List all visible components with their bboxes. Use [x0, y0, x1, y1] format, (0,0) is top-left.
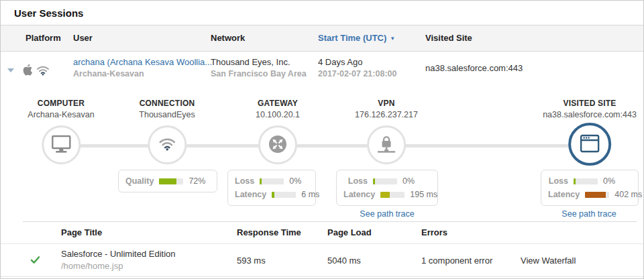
node-label: VPN	[355, 99, 418, 108]
latency-bar-fill	[272, 192, 274, 198]
metric-value: 72%	[183, 176, 210, 186]
loss-bar-fill	[574, 178, 576, 184]
node-label: VISITED SITE	[543, 99, 637, 108]
gateway-node-circle[interactable]	[258, 125, 297, 164]
node-value: na38.salesforce.com:443	[543, 110, 637, 119]
page-title-text: Salesforce - Unlimited Edition	[61, 249, 176, 259]
loss-bar	[260, 178, 284, 184]
metric-label: Quality	[125, 176, 159, 186]
loss-bar-fill	[260, 178, 262, 184]
node-label: GATEWAY	[256, 99, 300, 108]
pages-table-header: Page Title Response Time Page Load Error…	[1, 222, 643, 244]
latency-bar	[585, 192, 609, 198]
session-user-link[interactable]: archana (Archana Kesava Woollia...	[73, 57, 212, 67]
vpn-metrics-box: Loss 0% Latency 195 ms	[336, 170, 438, 206]
latency-bar-fill	[585, 192, 606, 198]
computer-node-circle[interactable]	[42, 125, 80, 164]
page-load-time: 5040 ms	[327, 244, 361, 277]
page-errors: 1 component error	[421, 244, 492, 277]
visited-site-metrics-box: Loss 0% Latency 402 ms	[541, 170, 639, 206]
vpn-see-path-trace-link[interactable]: See path trace	[360, 209, 414, 219]
session-row[interactable]: archana (Archana Kesava Woollia... Archa…	[1, 52, 643, 88]
metric-row: Loss 0%	[343, 174, 431, 188]
connection-node-circle[interactable]	[148, 125, 186, 164]
session-start-relative: 4 Days Ago	[318, 57, 363, 67]
sessions-table-header: Platform User Network Start Time (UTC)▼ …	[1, 25, 643, 52]
sort-desc-icon: ▼	[390, 36, 395, 42]
latency-bar	[272, 192, 296, 198]
vpn-lock-icon	[376, 135, 396, 156]
metric-row: Loss 0%	[235, 174, 309, 188]
column-header-page-title: Page Title	[61, 222, 102, 243]
latency-bar	[380, 192, 405, 198]
apple-platform-icon	[21, 63, 33, 78]
metric-value: 0%	[284, 176, 309, 186]
collapse-row-icon[interactable]	[7, 68, 14, 72]
column-header-visited-site[interactable]: Visited Site	[425, 25, 472, 51]
node-label: COMPUTER	[28, 99, 94, 108]
column-header-errors: Errors	[421, 222, 447, 243]
latency-bar-fill	[380, 192, 390, 198]
wifi-icon	[158, 137, 176, 153]
metric-value: 195 ms	[405, 190, 437, 199]
loss-bar-fill	[373, 178, 375, 184]
session-visited-site: na38.salesforce.com:443	[425, 52, 523, 85]
node-label: CONNECTION	[139, 99, 195, 108]
metric-label: Loss	[548, 176, 574, 186]
vpn-node-circle[interactable]	[367, 125, 406, 164]
metric-label: Latency	[548, 190, 585, 199]
column-header-network[interactable]: Network	[211, 25, 245, 51]
metric-label: Loss	[343, 176, 373, 186]
user-link[interactable]: archana (Archana Kesava Woollia...	[73, 57, 212, 67]
metric-value: 402 ms	[609, 190, 642, 199]
gateway-metrics-box: Loss 0% Latency 6 ms	[227, 170, 316, 206]
visited-site-node-circle[interactable]	[568, 123, 611, 166]
quality-bar-fill	[159, 178, 176, 184]
path-node-connection[interactable]: CONNECTION ThousandEyes	[139, 99, 195, 164]
metric-label: Latency	[343, 190, 380, 199]
column-header-response-time: Response Time	[237, 222, 301, 243]
metric-row: Loss 0%	[548, 174, 631, 188]
metric-row: Latency 402 ms	[548, 188, 631, 201]
browser-icon	[579, 133, 600, 156]
page-title: User Sessions	[14, 7, 83, 19]
view-waterfall-link[interactable]: View Waterfall	[521, 244, 576, 277]
metric-value: 6 ms	[296, 190, 319, 199]
metric-value: 0%	[598, 176, 631, 186]
page-response-time: 593 ms	[237, 244, 266, 277]
quality-bar	[159, 178, 183, 184]
session-path-panel: COMPUTER Archana-Kesavan CONNECTION Thou…	[1, 88, 644, 222]
session-network-location: San Francisco Bay Area	[211, 69, 307, 78]
success-check-icon	[30, 256, 40, 266]
path-node-vpn[interactable]: VPN 176.126.237.217	[355, 99, 418, 164]
visited-site-see-path-trace-link[interactable]: See path trace	[561, 209, 616, 219]
column-header-user[interactable]: User	[73, 25, 93, 51]
column-header-start-time[interactable]: Start Time (UTC)▼	[318, 25, 395, 52]
node-value: ThousandEyes	[139, 110, 195, 119]
user-sessions-panel: User Sessions Platform User Network Star…	[0, 0, 644, 279]
node-value: 10.100.20.1	[256, 110, 300, 119]
session-start-timestamp: 2017-02-07 21:08:00	[318, 69, 396, 78]
path-node-computer[interactable]: COMPUTER Archana-Kesavan	[28, 99, 94, 164]
gateway-icon	[268, 134, 288, 156]
wifi-platform-icon	[36, 65, 50, 78]
loss-bar	[574, 178, 598, 184]
session-network-name: Thousand Eyes, Inc.	[211, 57, 290, 67]
page-url: /home/home.jsp	[61, 261, 123, 271]
metric-row: Latency 6 ms	[235, 188, 309, 201]
metric-row: Quality 72%	[125, 174, 210, 188]
metric-value: 0%	[397, 176, 431, 186]
loss-bar	[373, 178, 397, 184]
path-node-gateway[interactable]: GATEWAY 10.100.20.1	[256, 99, 300, 164]
path-node-visited-site[interactable]: VISITED SITE na38.salesforce.com:443	[543, 99, 637, 166]
metric-row: Latency 195 ms	[343, 188, 431, 201]
connection-quality-box: Quality 72%	[118, 170, 217, 192]
metric-label: Loss	[235, 176, 260, 186]
column-header-start-time-label: Start Time (UTC)	[318, 33, 386, 43]
node-value: 176.126.237.217	[355, 110, 418, 119]
monitor-icon	[50, 135, 72, 156]
metric-label: Latency	[235, 190, 272, 199]
column-header-page-load: Page Load	[327, 222, 372, 243]
session-user-machine: Archana-Kesavan	[73, 69, 144, 78]
column-header-platform[interactable]: Platform	[25, 25, 61, 51]
